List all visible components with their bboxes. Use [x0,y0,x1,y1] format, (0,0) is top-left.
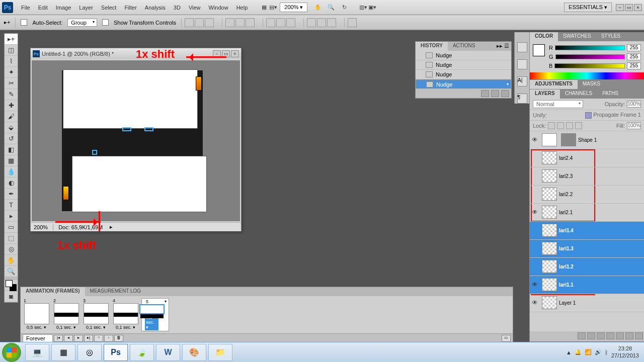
layer-fx-icon[interactable] [587,332,595,339]
fill-value[interactable]: 100% [627,122,641,129]
align-icon[interactable] [235,18,245,27]
taskbar-app[interactable]: 🍃 [130,344,154,361]
layer-row[interactable]: lari2.4 [530,149,644,167]
b-value[interactable]: 255 [627,62,641,69]
menu-layer[interactable]: Layer [75,3,97,13]
menu-image[interactable]: Image [52,3,75,13]
tab-styles[interactable]: STYLES [596,32,625,41]
eyedropper-tool[interactable]: ✎ [5,89,18,100]
tray-icon[interactable]: 🔊 [595,349,602,355]
shape-tool[interactable]: ▭ [5,222,18,233]
align-icon[interactable] [185,18,194,27]
history-new-icon[interactable] [491,90,499,97]
taskbar-app[interactable]: ▦ [51,344,75,361]
layer-row[interactable]: lari2.3 [530,167,644,186]
layer-row[interactable]: 👁Shape 1 [530,131,644,149]
b-slider[interactable] [554,63,625,68]
taskbar-photoshop[interactable]: Ps [104,344,128,361]
group-icon[interactable] [616,332,624,339]
tab-swatches[interactable]: SWATCHES [558,32,596,41]
marquee-tool[interactable]: ◫ [5,45,18,56]
lock-icon[interactable] [566,122,573,129]
color-swatch[interactable] [533,44,545,56]
animation-frame[interactable]: 50,1 sec. ▾ [141,298,169,331]
g-slider[interactable] [555,54,625,59]
blur-tool[interactable]: 💧 [5,166,18,177]
animation-frame[interactable]: 20,1 sec. ▾ [52,298,80,331]
zoom-tool[interactable]: 🔍 [5,266,18,277]
arrange-icon[interactable]: ▥▾ [359,3,368,12]
tab-adjustments[interactable]: ADJUSTMENTS [530,80,578,89]
wand-tool[interactable]: ✦ [5,67,18,78]
screen-icon[interactable]: ▣▾ [368,3,377,12]
distribute-icon[interactable] [276,18,285,27]
clock[interactable]: 23:28 27/12/2013 [611,345,639,358]
distribute-icon[interactable] [327,18,336,27]
distribute-icon[interactable] [286,18,295,27]
delete-frame-button[interactable]: 🗑 [114,335,123,342]
first-frame-button[interactable]: |◂ [54,335,63,342]
tab-masks[interactable]: MASKS [578,80,605,89]
blend-mode-select[interactable]: Normal [533,100,583,108]
propagate-checkbox[interactable] [585,112,592,119]
layer-row[interactable]: lari2.2 [530,186,644,204]
play-button[interactable]: ▸ [74,335,83,342]
fg-bg-swatch[interactable] [5,280,18,291]
collapsed-icon[interactable] [517,59,527,69]
history-item[interactable]: Nudge [416,70,511,79]
lock-icon[interactable] [557,122,564,129]
history-item[interactable]: Nudge [416,60,511,70]
visibility-toggle[interactable]: 👁 [530,136,540,143]
history-snapshot-icon[interactable] [481,90,489,97]
align-icon[interactable] [246,18,255,27]
loop-select[interactable]: Forever [23,334,53,342]
menu-view[interactable]: View [185,3,205,13]
align-icon[interactable] [195,18,204,27]
close-button[interactable]: × [634,4,642,11]
r-slider[interactable] [555,45,625,50]
g-value[interactable]: 255 [627,53,641,60]
color-spectrum[interactable] [530,72,644,79]
layer-row[interactable]: lari1.4 [530,222,644,240]
tray-icon[interactable]: 📶 [585,349,592,355]
collapsed-icon[interactable] [517,42,527,52]
tab-layers[interactable]: LAYERS [530,89,560,99]
menu-help[interactable]: Help [232,3,252,13]
taskbar-explorer[interactable]: 📁 [208,344,232,361]
new-frame-button[interactable]: ▫ [104,335,113,342]
brush-tool[interactable]: 🖌 [5,111,18,122]
path-tool[interactable]: ▸ [5,211,18,222]
r-value[interactable]: 255 [627,44,641,51]
start-button[interactable] [2,343,21,362]
gradient-tool[interactable]: ▦ [5,155,18,166]
collapsed-icon[interactable]: ¶ [517,94,527,104]
zoom-level[interactable]: 200% ▾ [280,3,307,12]
adjustment-layer-icon[interactable] [606,332,614,339]
lasso-tool[interactable]: ⌇ [5,56,18,67]
tray-icon[interactable]: ᛒ [605,349,608,355]
align-icon[interactable] [225,18,234,27]
tab-animation[interactable]: ANIMATION (FRAMES) [21,287,85,296]
healing-tool[interactable]: ✚ [5,100,18,111]
history-item[interactable]: Nudge [416,51,511,60]
auto-select-mode[interactable]: Group [67,19,97,27]
hand-tool[interactable]: ✋ [5,255,18,266]
restore-button[interactable]: ▭ [625,4,633,11]
opacity-value[interactable]: 100% [627,101,641,108]
next-frame-button[interactable]: ▸| [84,335,93,342]
menu-filter[interactable]: Filter [120,3,140,13]
layer-mask-icon[interactable] [597,332,605,339]
taskbar-app[interactable]: 💻 [25,344,49,361]
distribute-icon[interactable] [307,18,316,27]
tray-icon[interactable]: 🔔 [575,349,582,355]
tab-channels[interactable]: CHANNELS [560,89,597,99]
animation-frame[interactable]: 40,1 sec. ▾ [112,298,139,331]
tab-actions[interactable]: ACTIONS [448,42,480,51]
pen-tool[interactable]: ✒ [5,189,18,200]
move-tool[interactable]: ▸+ [5,34,18,45]
dodge-tool[interactable]: ◐ [5,177,18,189]
hand-icon[interactable]: ✋ [313,3,323,12]
history-item[interactable]: Nudge [416,79,511,89]
crop-tool[interactable]: ✂ [5,78,18,89]
panel-menu-icon[interactable]: ▸▸ ☰ [495,42,511,51]
